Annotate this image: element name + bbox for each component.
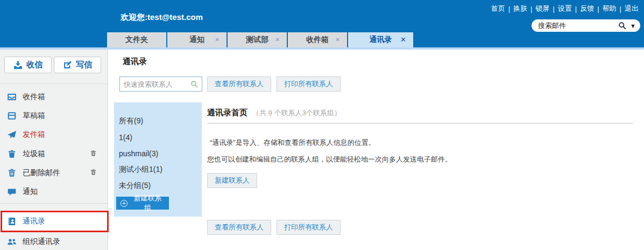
contact-groups-panel: 所有(9) 1(4) pushmail(3) 测试小组1(1) 未分组(5) +… bbox=[114, 102, 202, 217]
webmail-screen: 首页| 换肤| 锁屏| 设置| 反馈| 帮助| 退出 欢迎您:test@test… bbox=[0, 0, 644, 250]
nav-lock-link[interactable]: 锁屏 bbox=[535, 4, 549, 13]
nav-separator: | bbox=[620, 5, 621, 13]
nav-separator: | bbox=[553, 5, 554, 13]
nav-help-link[interactable]: 帮助 bbox=[603, 4, 617, 13]
sidebar: 收信 写信 收件箱 草稿箱 发件箱 bbox=[0, 50, 108, 250]
search-icon[interactable] bbox=[190, 80, 199, 88]
tab-label: 文件夹 bbox=[125, 35, 148, 45]
speech-bubble-icon bbox=[7, 187, 17, 197]
mail-search-input[interactable] bbox=[538, 22, 618, 30]
sidebar-item-inbox[interactable]: 收件箱 bbox=[0, 87, 108, 106]
trash-icon bbox=[7, 168, 17, 178]
tab-close-icon[interactable]: ✕ bbox=[215, 37, 220, 43]
tab-test-dept[interactable]: 测试部 ✕ bbox=[228, 32, 287, 47]
new-contact-button[interactable]: 新建联系人 bbox=[207, 173, 257, 188]
search-options-caret-icon[interactable]: ▼ bbox=[630, 23, 636, 29]
nav-skin-link[interactable]: 换肤 bbox=[513, 4, 527, 13]
tab-label: 通知 bbox=[189, 35, 204, 45]
sidebar-item-label: 已删除邮件 bbox=[23, 168, 60, 178]
tab-close-icon[interactable]: ✕ bbox=[336, 37, 340, 43]
quick-search-box bbox=[119, 77, 202, 92]
sidebar-item-notifications[interactable]: 通知 bbox=[0, 182, 108, 201]
receive-mail-label: 收信 bbox=[26, 60, 43, 70]
tab-close-icon[interactable]: ✕ bbox=[400, 36, 406, 44]
compose-mail-button[interactable]: 写信 bbox=[54, 57, 101, 73]
group-item-ungrouped[interactable]: 未分组(5) bbox=[114, 178, 202, 194]
tab-inbox[interactable]: 收件箱 ✕ bbox=[288, 32, 347, 47]
tab-folders[interactable]: 文件夹 bbox=[107, 32, 166, 47]
nav-logout-link[interactable]: 退出 bbox=[625, 4, 639, 13]
contacts-page: 通讯录 查看所有联系人 打印所有联系人 所有(9) 1(4) pushmail(… bbox=[108, 50, 644, 250]
tab-notifications[interactable]: 通知 ✕ bbox=[167, 32, 227, 47]
sidebar-item-sent[interactable]: 发件箱 bbox=[0, 125, 108, 144]
nav-separator: | bbox=[530, 5, 532, 13]
drafts-icon bbox=[7, 111, 17, 121]
mail-search-box: ▼ bbox=[532, 19, 640, 32]
compose-icon bbox=[63, 60, 72, 70]
contacts-count-text: （共 9 个联系人3个联系组） bbox=[252, 108, 341, 118]
search-icon[interactable] bbox=[618, 22, 627, 30]
contact-group-list: 所有(9) 1(4) pushmail(3) 测试小组1(1) 未分组(5) bbox=[114, 102, 202, 194]
contacts-home-header: 通讯录首页 （共 9 个联系人3个联系组） bbox=[207, 108, 633, 118]
address-book-icon bbox=[7, 217, 17, 226]
tab-label: 测试部 bbox=[246, 35, 268, 45]
sidebar-divider bbox=[0, 84, 108, 84]
nav-separator: | bbox=[508, 5, 510, 13]
receive-mail-button[interactable]: 收信 bbox=[4, 57, 52, 73]
contacts-description-line1: “通讯录”是导入、存储和查看所有联系人信息的位置。 bbox=[210, 138, 633, 148]
print-all-contacts-button[interactable]: 打印所有联系人 bbox=[277, 77, 341, 92]
top-nav: 首页| 换肤| 锁屏| 设置| 反馈| 帮助| 退出 bbox=[491, 4, 639, 13]
tab-label: 收件箱 bbox=[306, 35, 329, 45]
sidebar-item-label: 发件箱 bbox=[23, 130, 45, 140]
tab-contacts[interactable]: 通讯录 ✕ bbox=[348, 32, 413, 47]
page-title: 通讯录 bbox=[123, 57, 147, 67]
group-item-test-team[interactable]: 测试小组1(1) bbox=[114, 162, 202, 178]
trash-icon bbox=[7, 149, 17, 159]
group-item-all[interactable]: 所有(9) bbox=[114, 113, 202, 129]
contacts-home-section: 通讯录首页 （共 9 个联系人3个联系组） “通讯录”是导入、存储和查看所有联系… bbox=[207, 108, 633, 188]
nav-separator: | bbox=[575, 5, 577, 13]
welcome-text: 欢迎您:test@test.com bbox=[121, 12, 203, 23]
sidebar-item-deleted[interactable]: 已删除邮件 bbox=[0, 163, 108, 182]
group-item-1[interactable]: 1(4) bbox=[114, 129, 202, 145]
download-icon bbox=[13, 60, 23, 70]
inbox-icon bbox=[7, 92, 17, 102]
view-all-contacts-button[interactable]: 查看所有联系人 bbox=[207, 77, 271, 92]
tab-label: 通讯录 bbox=[370, 35, 392, 45]
sidebar-item-contacts[interactable]: 通讯录 bbox=[0, 210, 108, 232]
nav-settings-link[interactable]: 设置 bbox=[558, 4, 572, 13]
nav-home-link[interactable]: 首页 bbox=[491, 4, 505, 13]
section-divider bbox=[207, 123, 633, 124]
sidebar-item-drafts[interactable]: 草稿箱 bbox=[0, 106, 108, 125]
new-contact-group-label: 新建联系组 bbox=[131, 193, 165, 213]
quick-search-input[interactable] bbox=[124, 80, 190, 88]
tab-bar: 文件夹 通知 ✕ 测试部 ✕ 收件箱 ✕ 通讯录 ✕ bbox=[107, 32, 413, 47]
sidebar-item-label: 通讯录 bbox=[23, 217, 45, 226]
compose-mail-label: 写信 bbox=[76, 60, 92, 70]
plus-circle-icon: + bbox=[121, 200, 128, 207]
sidebar-item-org-contacts[interactable]: 组织通讯录 bbox=[0, 232, 108, 250]
nav-separator: | bbox=[597, 5, 599, 13]
group-item-pushmail[interactable]: pushmail(3) bbox=[114, 145, 202, 162]
print-all-contacts-button-bottom[interactable]: 打印所有联系人 bbox=[277, 220, 341, 235]
nav-feedback-link[interactable]: 反馈 bbox=[580, 4, 594, 13]
bottom-action-buttons: 查看所有联系人 打印所有联系人 bbox=[207, 220, 341, 235]
sidebar-item-label: 草稿箱 bbox=[23, 111, 45, 121]
top-action-buttons: 查看所有联系人 打印所有联系人 bbox=[207, 77, 341, 92]
people-icon bbox=[7, 237, 17, 247]
sidebar-item-label: 垃圾箱 bbox=[23, 149, 45, 159]
sidebar-item-junk[interactable]: 垃圾箱 bbox=[0, 144, 108, 163]
paper-plane-icon bbox=[7, 130, 17, 140]
empty-junk-trash-icon[interactable] bbox=[90, 150, 97, 157]
contacts-home-title: 通讯录首页 bbox=[207, 108, 247, 118]
header-bar: 首页| 换肤| 锁屏| 设置| 反馈| 帮助| 退出 欢迎您:test@test… bbox=[0, 0, 644, 47]
contacts-description-line2: 您也可以创建和编辑自己的联系人组，以便能轻松地一次向多人发送电子邮件。 bbox=[207, 155, 633, 164]
view-all-contacts-button-bottom[interactable]: 查看所有联系人 bbox=[207, 220, 271, 235]
sidebar-item-label: 组织通讯录 bbox=[23, 237, 60, 247]
sidebar-item-label: 通知 bbox=[23, 187, 38, 197]
sidebar-item-label: 收件箱 bbox=[23, 92, 45, 102]
sidebar-divider bbox=[0, 203, 108, 204]
tab-close-icon[interactable]: ✕ bbox=[275, 37, 280, 43]
new-contact-group-button[interactable]: + 新建联系组 bbox=[116, 197, 169, 210]
empty-deleted-trash-icon[interactable] bbox=[90, 169, 97, 176]
